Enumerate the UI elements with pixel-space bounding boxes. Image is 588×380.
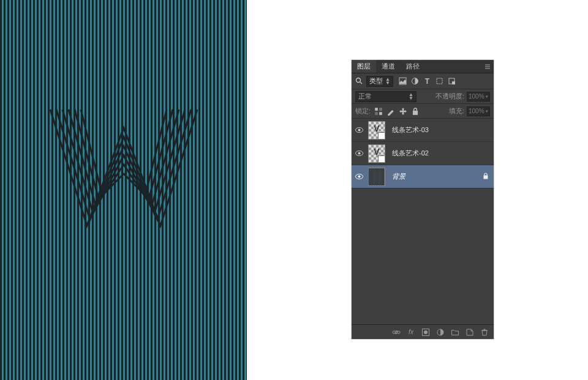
link-icon[interactable] — [392, 328, 401, 337]
fill-field[interactable]: 100% ▾ — [467, 106, 490, 116]
adjustment-icon[interactable] — [436, 328, 445, 337]
tab-paths[interactable]: 路径 — [401, 60, 425, 73]
lock-paint-icon[interactable] — [386, 107, 395, 116]
layer-row[interactable]: 背景 — [352, 165, 494, 188]
lock-pixels-icon[interactable] — [374, 107, 383, 116]
visibility-toggle[interactable] — [352, 127, 366, 133]
lock-label: 锁定: — [355, 106, 371, 116]
layer-row[interactable]: V 线条艺术-02 — [352, 142, 494, 165]
smart-filter-icon[interactable] — [448, 77, 456, 85]
smart-object-badge — [378, 132, 385, 140]
fill-label: 填充: — [449, 106, 464, 116]
new-layer-icon[interactable] — [466, 328, 474, 337]
layer-lock-icon — [483, 173, 489, 181]
svg-point-21 — [424, 330, 428, 334]
svg-rect-9 — [379, 112, 382, 115]
group-icon[interactable] — [451, 328, 459, 337]
svg-rect-17 — [484, 176, 488, 179]
fill-value: 100% — [469, 108, 484, 114]
layer-row[interactable]: V 线条艺术-03 — [352, 119, 494, 142]
fx-icon[interactable]: fx — [407, 328, 415, 337]
layer-name-label[interactable]: 背景 — [392, 172, 483, 181]
chevron-updown-icon: ▲▼ — [409, 93, 413, 100]
svg-point-14 — [358, 152, 360, 155]
filter-type-label: 类型 — [369, 76, 383, 86]
lock-move-icon[interactable] — [399, 107, 407, 116]
layer-thumbnail[interactable]: V — [368, 121, 385, 140]
layer-thumbnail[interactable] — [368, 168, 385, 186]
chevron-down-icon: ▾ — [486, 94, 488, 99]
letter-w-art — [44, 103, 203, 238]
svg-rect-7 — [379, 108, 382, 111]
layers-list: V 线条艺术-03 V 线条艺术-02 背景 — [352, 119, 494, 324]
svg-point-0 — [356, 78, 361, 83]
blend-mode-value: 正常 — [358, 92, 372, 101]
visibility-toggle[interactable] — [352, 174, 366, 179]
blend-mode-select[interactable]: 正常 ▲▼ — [355, 91, 417, 102]
visibility-toggle[interactable] — [352, 151, 366, 156]
svg-rect-6 — [375, 108, 378, 111]
layer-name-label[interactable]: 线条艺术-03 — [392, 125, 494, 135]
chevron-updown-icon: ▲▼ — [385, 78, 390, 85]
lock-icons — [374, 107, 420, 116]
mask-icon[interactable] — [421, 328, 430, 337]
blend-row: 正常 ▲▼ 不透明度: 100% ▾ — [352, 89, 494, 104]
opacity-label: 不透明度: — [435, 92, 464, 101]
svg-rect-10 — [413, 110, 418, 114]
layers-panel: 图层 通道 路径 类型 ▲▼ T 正常 ▲▼ 不透明度: 100% — [352, 60, 494, 339]
tab-layers[interactable]: 图层 — [352, 60, 376, 73]
search-icon — [355, 77, 363, 85]
image-filter-icon[interactable] — [399, 77, 407, 85]
svg-point-16 — [358, 176, 360, 178]
opacity-field[interactable]: 100% ▾ — [467, 92, 490, 102]
panel-tabs: 图层 通道 路径 — [352, 60, 494, 73]
svg-rect-8 — [375, 112, 378, 115]
lock-all-icon[interactable] — [411, 107, 420, 116]
lock-row: 锁定: 填充: 100% ▾ — [352, 104, 494, 119]
svg-rect-5 — [452, 81, 455, 84]
filter-kind-icons: T — [399, 77, 456, 85]
adjustment-filter-icon[interactable] — [411, 77, 419, 85]
svg-rect-3 — [437, 78, 442, 84]
chevron-down-icon: ▾ — [486, 109, 488, 114]
text-filter-icon[interactable]: T — [423, 77, 431, 85]
svg-point-12 — [358, 129, 360, 132]
layer-name-label[interactable]: 线条艺术-02 — [392, 149, 494, 158]
canvas-preview — [0, 0, 247, 380]
opacity-value: 100% — [469, 93, 484, 100]
trash-icon[interactable] — [480, 328, 489, 337]
panel-footer: fx — [352, 324, 494, 339]
panel-menu-icon[interactable] — [484, 64, 491, 70]
filter-type-select[interactable]: 类型 ▲▼ — [366, 76, 393, 87]
shape-filter-icon[interactable] — [435, 77, 443, 85]
layer-thumbnail[interactable]: V — [368, 144, 385, 163]
filter-row: 类型 ▲▼ T — [352, 73, 494, 89]
tab-channels[interactable]: 通道 — [376, 60, 401, 73]
smart-object-badge — [378, 155, 385, 163]
